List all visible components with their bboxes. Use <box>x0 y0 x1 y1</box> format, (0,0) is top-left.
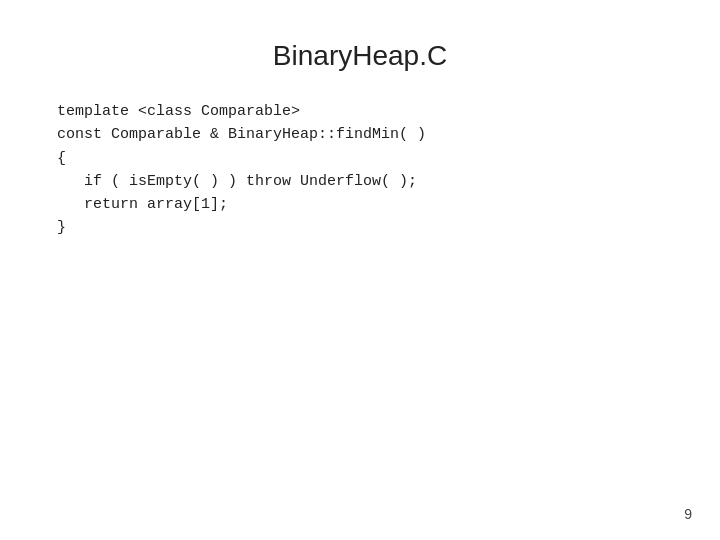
code-line-4: if ( isEmpty( ) ) throw Underflow( ); <box>57 173 417 190</box>
code-line-6: } <box>57 219 66 236</box>
code-line-3: { <box>57 150 66 167</box>
code-line-5: return array[1]; <box>57 196 228 213</box>
code-line-2: const Comparable & BinaryHeap::findMin( … <box>57 126 426 143</box>
slide-container: BinaryHeap.C template <class Comparable>… <box>0 0 720 540</box>
code-block: template <class Comparable> const Compar… <box>0 100 720 240</box>
code-line-1: template <class Comparable> <box>57 103 300 120</box>
slide-title: BinaryHeap.C <box>273 40 447 72</box>
code-content: template <class Comparable> const Compar… <box>57 100 680 240</box>
page-number: 9 <box>684 506 692 522</box>
